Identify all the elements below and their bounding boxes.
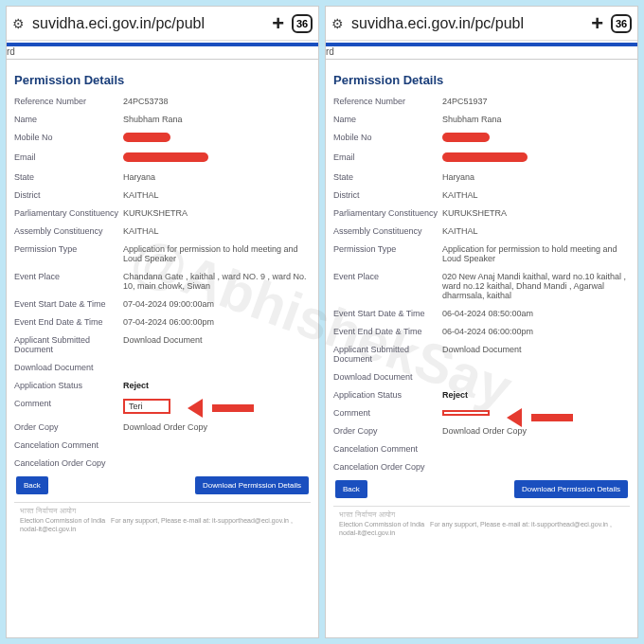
- label-appdoc: Applicant Submitted Document: [333, 345, 442, 364]
- footer-org-en: Election Commission of India: [339, 521, 424, 528]
- value-name: Shubham Rana: [442, 115, 630, 124]
- label-place: Event Place: [333, 272, 442, 281]
- back-button[interactable]: Back: [16, 476, 48, 494]
- label-comment: Comment: [14, 399, 123, 408]
- footer: भारत निर्वाचन आयोग Election Commission o…: [14, 502, 311, 534]
- back-button[interactable]: Back: [335, 480, 367, 498]
- label-comment: Comment: [333, 408, 442, 418]
- label-start: Event Start Date & Time: [333, 309, 442, 318]
- label-appdoc: Applicant Submitted Document: [14, 335, 123, 354]
- value-state: Haryana: [123, 172, 311, 182]
- right-screenshot: ⚙ suvidha.eci.gov.in/pc/publ + 36 rd Per…: [325, 6, 638, 638]
- download-document-link[interactable]: Download Document: [123, 335, 311, 345]
- label-order: Order Copy: [14, 422, 123, 432]
- annotation-arrow-icon: [197, 399, 254, 418]
- value-start: 07-04-2024 09:00:00am: [123, 299, 311, 309]
- label-email: Email: [14, 152, 123, 162]
- value-start: 06-04-2024 08:50:00am: [442, 309, 630, 318]
- address-bar: ⚙ suvidha.eci.gov.in/pc/publ + 36: [7, 7, 318, 41]
- label-ptype: Permission Type: [14, 244, 123, 254]
- label-mobile: Mobile No: [333, 133, 442, 142]
- label-state: State: [333, 172, 442, 182]
- download-document-link[interactable]: Download Document: [442, 345, 630, 354]
- label-cancelo: Cancelation Order Copy: [14, 458, 123, 468]
- label-email: Email: [333, 152, 442, 162]
- label-ref: Reference Number: [333, 97, 442, 106]
- download-details-button[interactable]: Download Permission Details: [195, 476, 309, 494]
- value-pc: KURUKSHETRA: [442, 208, 630, 218]
- footer: भारत निर्वाचन आयोग Election Commission o…: [333, 506, 630, 538]
- value-comment: Teri: [123, 399, 170, 414]
- value-place: Chandana Gate , kaithal , ward NO. 9 , w…: [123, 272, 311, 291]
- value-place: 020 New Anaj Mandi kaithal, ward no.10 k…: [442, 272, 630, 300]
- value-end: 06-04-2024 06:00:00pm: [442, 327, 630, 336]
- value-status: Reject: [123, 381, 311, 390]
- label-ref: Reference Number: [14, 97, 123, 106]
- tab-count[interactable]: 36: [611, 14, 632, 33]
- label-dldoc: Download Document: [333, 372, 442, 382]
- download-details-button[interactable]: Download Permission Details: [514, 480, 628, 498]
- label-order: Order Copy: [333, 426, 442, 436]
- label-place: Event Place: [14, 272, 123, 281]
- value-ref: 24PC51937: [442, 97, 630, 106]
- new-tab-icon[interactable]: +: [591, 11, 603, 36]
- site-settings-icon[interactable]: ⚙: [331, 16, 344, 31]
- redacted-email: [442, 152, 528, 162]
- label-dldoc: Download Document: [14, 363, 123, 372]
- label-pc: Parliamentary Constituency: [14, 208, 123, 218]
- value-status: Reject: [442, 390, 630, 400]
- label-cancelc: Cancelation Comment: [14, 440, 123, 450]
- footer-org-hi: भारत निर्वाचन आयोग: [20, 507, 305, 516]
- download-order-link[interactable]: Download Order Copy: [123, 422, 311, 432]
- value-state: Haryana: [442, 172, 630, 182]
- value-district: KAITHAL: [442, 190, 630, 200]
- section-title: Permission Details: [333, 73, 630, 87]
- redacted-mobile: [442, 133, 490, 142]
- label-end: Event End Date & Time: [333, 327, 442, 336]
- new-tab-icon[interactable]: +: [272, 11, 284, 36]
- value-ptype: Application for permission to hold meeti…: [442, 244, 630, 263]
- label-pc: Parliamentary Constituency: [333, 208, 442, 218]
- label-state: State: [14, 172, 123, 182]
- download-order-link[interactable]: Download Order Copy: [442, 426, 630, 436]
- value-district: KAITHAL: [123, 190, 311, 200]
- url-text[interactable]: suvidha.eci.gov.in/pc/publ: [351, 15, 583, 32]
- label-cancelo: Cancelation Order Copy: [333, 462, 442, 472]
- value-end: 07-04-2024 06:00:00pm: [123, 317, 311, 327]
- label-start: Event Start Date & Time: [14, 299, 123, 309]
- value-name: Shubham Rana: [123, 115, 311, 124]
- site-settings-icon[interactable]: ⚙: [12, 16, 25, 31]
- label-ac: Assembly Constituency: [14, 226, 123, 236]
- label-name: Name: [14, 115, 123, 124]
- label-end: Event End Date & Time: [14, 317, 123, 327]
- label-ptype: Permission Type: [333, 244, 442, 254]
- label-district: District: [14, 190, 123, 200]
- footer-org-en: Election Commission of India: [20, 517, 105, 524]
- value-ac: KAITHAL: [123, 226, 311, 236]
- value-ptype: Application for permission to hold meeti…: [123, 244, 311, 263]
- breadcrumb-fragment: rd: [7, 46, 318, 60]
- value-ac: KAITHAL: [442, 226, 630, 236]
- url-text[interactable]: suvidha.eci.gov.in/pc/publ: [32, 15, 264, 32]
- annotation-arrow-icon: [516, 408, 573, 427]
- label-cancelc: Cancelation Comment: [333, 444, 442, 454]
- label-mobile: Mobile No: [14, 133, 123, 142]
- redacted-mobile: [123, 133, 170, 142]
- label-status: Application Status: [14, 381, 123, 390]
- label-status: Application Status: [333, 390, 442, 400]
- address-bar: ⚙ suvidha.eci.gov.in/pc/publ + 36: [326, 7, 637, 41]
- footer-org-hi: भारत निर्वाचन आयोग: [339, 510, 624, 520]
- left-screenshot: ⚙ suvidha.eci.gov.in/pc/publ + 36 rd Per…: [6, 6, 319, 638]
- value-ref: 24PC53738: [123, 97, 311, 106]
- breadcrumb-fragment: rd: [326, 46, 637, 60]
- section-title: Permission Details: [14, 73, 311, 87]
- value-comment: [442, 410, 490, 416]
- label-ac: Assembly Constituency: [333, 226, 442, 236]
- redacted-email: [123, 152, 208, 162]
- label-district: District: [333, 190, 442, 200]
- tab-count[interactable]: 36: [292, 14, 313, 33]
- label-name: Name: [333, 115, 442, 124]
- value-pc: KURUKSHETRA: [123, 208, 311, 218]
